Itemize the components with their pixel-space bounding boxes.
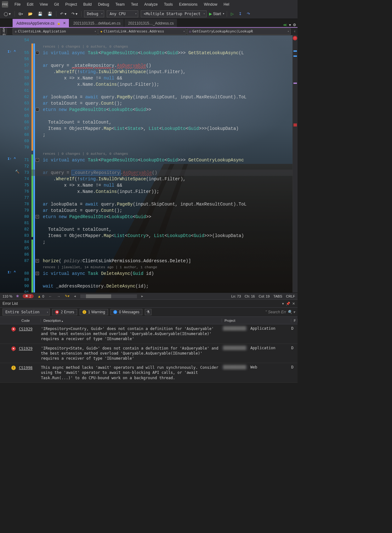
error-row[interactable]: ✖CS1929'IRepository<State, Guid>' does n…: [0, 344, 298, 363]
menu-edit[interactable]: Edit: [24, 1, 37, 8]
cursor-line: Ln: 73: [231, 294, 241, 298]
panel-title: Error List: [3, 301, 18, 306]
split-editor-icon[interactable]: ⫞: [291, 29, 298, 34]
code-editor[interactable]: I↑ ^I↑ ^I↑ ^🔨 54555657585960616263646566…: [0, 35, 298, 293]
messages-filter[interactable]: i0 Messages: [111, 309, 142, 315]
line-ending[interactable]: CRLF: [286, 294, 295, 298]
error-list-panel: Error List ▾ 📌 ✕ Entire Solution ✖2 Erro…: [0, 299, 298, 383]
step-over-icon[interactable]: ↷: [246, 11, 251, 17]
error-description: This async method lacks 'await' operator…: [41, 365, 222, 380]
nav-back-button[interactable]: ◯ ▾: [3, 11, 12, 17]
menu-team[interactable]: Team: [112, 1, 128, 8]
implement-indicator-icon[interactable]: I↑ ^: [8, 270, 16, 274]
file-col: D: [291, 346, 298, 350]
error-code[interactable]: CS1998: [19, 365, 41, 370]
menu-window[interactable]: Window: [201, 1, 220, 8]
project-suffix: Web: [250, 365, 257, 369]
document-tab-bar: AddressAppService.cs🔒✕2021101315…deMaxLe…: [0, 19, 298, 28]
menu-analyze[interactable]: Analyze: [141, 1, 161, 8]
close-icon[interactable]: ✕: [63, 21, 66, 25]
project-suffix: Application: [250, 346, 275, 350]
overview-ruler[interactable]: −: [293, 35, 298, 293]
member-dropdown[interactable]: ◻GetCountryLookupAsync(LookupR: [187, 28, 291, 35]
menu-git[interactable]: Git: [51, 1, 62, 8]
cursor-char: Ch: 16: [245, 294, 255, 298]
step-into-icon[interactable]: ↧: [237, 11, 243, 17]
doc-tab[interactable]: 2021101315…_Address.cs: [124, 19, 177, 27]
stop-marker-icon: −: [293, 36, 297, 40]
menu-extensions[interactable]: Extensions: [176, 1, 201, 8]
prev-issue-arrow[interactable]: ←: [48, 294, 53, 298]
error-row[interactable]: ✖CS1929'IRepository<Country, Guid>' does…: [0, 324, 298, 344]
settings-gear-icon[interactable]: ⚙: [293, 23, 296, 27]
new-item-button[interactable]: ⧉▾: [17, 11, 24, 17]
error-description: 'IRepository<Country, Guid>' does not co…: [41, 326, 222, 342]
start-button[interactable]: ▶Start▾: [209, 12, 224, 16]
cursor-col: Col: 19: [258, 294, 270, 298]
file-col: D: [291, 326, 298, 331]
errors-filter[interactable]: ✖2 Errors: [52, 309, 77, 315]
error-row[interactable]: !CS1998This async method lacks 'await' o…: [0, 363, 298, 383]
menu-test[interactable]: Test: [128, 1, 141, 8]
menu-build[interactable]: Build: [80, 1, 95, 8]
error-code[interactable]: CS1929: [19, 346, 41, 351]
health-icon[interactable]: ❀: [16, 294, 19, 298]
menu-tools[interactable]: Tools: [161, 1, 176, 8]
project-name-blurred: ██████████: [222, 326, 247, 331]
tab-menu-icon[interactable]: ▾: [289, 23, 291, 27]
code-text-area[interactable]: rences | 0 changes | 0 authors, 0 change…: [31, 35, 298, 293]
panel-dropdown-icon[interactable]: ▾: [282, 302, 284, 306]
undo-button[interactable]: ↶ ▾: [59, 11, 67, 17]
implement-indicator-icon[interactable]: I↑ ^: [8, 50, 16, 54]
doc-tab[interactable]: 2021101315…deMaxLen.cs: [70, 19, 124, 27]
project-name-blurred: ██████████: [222, 365, 247, 369]
horizontal-scrollbar[interactable]: [80, 294, 137, 298]
save-icon[interactable]: 💾: [37, 11, 44, 17]
app-logo-icon: PRE: [2, 1, 8, 8]
zoom-level[interactable]: 110 %: [3, 294, 12, 298]
quick-action-icon[interactable]: 🔨: [15, 170, 20, 174]
error-icon: ✖: [11, 327, 16, 331]
error-columns-header[interactable]: Code Description ▴ Project F: [0, 317, 298, 324]
brush-icon[interactable]: ✎▾: [65, 294, 70, 298]
next-issue-arrow[interactable]: →: [56, 294, 61, 298]
close-icon[interactable]: ✕: [292, 302, 295, 306]
error-icon: ✖: [11, 346, 16, 351]
start-nodebug-icon[interactable]: ▷: [230, 11, 235, 17]
scope-dropdown[interactable]: Entire Solution: [3, 309, 50, 316]
pin-icon[interactable]: 📌: [286, 302, 290, 306]
warning-count-badge[interactable]: ▲0: [37, 294, 44, 298]
project-suffix: Application: [250, 326, 275, 331]
doc-tab[interactable]: AddressAppService.cs🔒✕: [13, 19, 69, 27]
error-code[interactable]: CS1929: [19, 326, 41, 331]
menu-view[interactable]: View: [37, 1, 51, 8]
navigation-bar: ▫ClientsLink.Application ◆ClientsLink.Ad…: [0, 28, 298, 35]
menu-file[interactable]: File: [11, 1, 24, 8]
project-name-blurred: ██████████: [222, 346, 247, 350]
menu-hel[interactable]: Hel: [220, 1, 232, 8]
error-count-badge[interactable]: ✖2: [23, 294, 34, 298]
menu-debug[interactable]: Debug: [95, 1, 112, 8]
open-button[interactable]: 📂: [27, 11, 34, 17]
warnings-filter[interactable]: !1 Warning: [80, 309, 108, 315]
pin-icon[interactable]: 🔒: [57, 22, 60, 25]
error-search-input[interactable]: '' Search Err 🔍 ▾: [265, 310, 295, 314]
implement-indicator-icon[interactable]: I↑ ^: [8, 157, 16, 161]
main-toolbar: ◯ ▾ ⧉▾ 📂 💾 💾 ↶ ▾ ↷ ▾ Debug Any CPU <Mult…: [0, 9, 298, 19]
tab-overflow-icon[interactable]: ≪: [283, 23, 287, 27]
startup-dropdown[interactable]: <Multiple Startup Project: [141, 10, 207, 17]
menu-project[interactable]: Project: [62, 1, 80, 8]
warning-icon: !: [11, 366, 16, 370]
class-dropdown[interactable]: ◆ClientsLink.Addresses.Address: [98, 28, 186, 35]
namespace-dropdown[interactable]: ▫ClientsLink.Application: [13, 28, 98, 35]
save-all-icon[interactable]: 💾: [46, 11, 54, 17]
editor-status-bar: 110 % ❀ ✖2 ▲0 ← → ✎▾ ◂ ▸ Ln: 73 Ch: 16 C…: [0, 293, 298, 299]
config-dropdown[interactable]: Debug: [84, 10, 104, 17]
redo-button[interactable]: ↷ ▾: [70, 11, 79, 17]
error-description: 'IRepository<State, Guid>' does not cont…: [41, 346, 222, 361]
indent-mode[interactable]: TABS: [273, 294, 282, 298]
build-filter[interactable]: ⚗: [145, 309, 151, 315]
main-menubar: PRE FileEditViewGitProjectBuildDebugTeam…: [0, 0, 298, 9]
platform-dropdown[interactable]: Any CPU: [107, 10, 138, 17]
file-col: D: [291, 365, 298, 369]
